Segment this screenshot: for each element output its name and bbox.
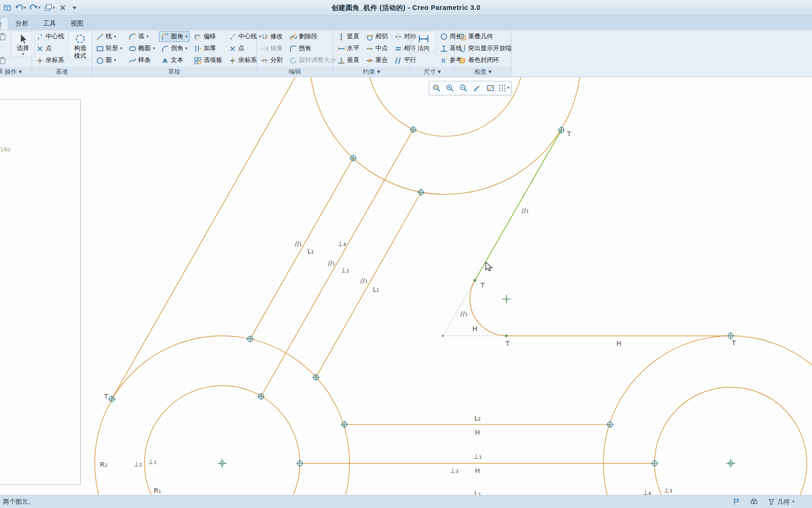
constraint-label[interactable]: ⊥₄	[337, 240, 346, 247]
dropdown-arrow-icon[interactable]: ▾	[114, 58, 116, 62]
sketch-line[interactable]	[316, 192, 421, 377]
endpoint-marker[interactable]	[505, 334, 508, 337]
constraint-label[interactable]: //₁	[328, 259, 335, 267]
offset-button[interactable]: 偏移	[191, 31, 224, 42]
close-window-button[interactable]	[57, 2, 69, 13]
datum-display-filters-button[interactable]: ▾	[498, 82, 510, 94]
notifications-button[interactable]	[732, 498, 741, 506]
selection-filter[interactable]: 几何▾	[768, 497, 795, 506]
highlight-open-ends-button[interactable]: 突出显示开放端	[456, 43, 514, 54]
dropdown-arrow-icon[interactable]: ▾	[24, 6, 26, 10]
constraint-label[interactable]: L₁	[373, 286, 380, 293]
system-menu-button[interactable]	[1, 2, 13, 13]
perpendicular-constraint-button[interactable]: 垂直	[335, 55, 362, 66]
constraint-label[interactable]: ⊥₃	[664, 486, 672, 494]
sketch-geometry[interactable]: //₁L₁⊥₄//₁⊥₂//₁L₁T//₁TT//₁HTHTL₂H⊥₁H⊥₃R₂…	[0, 77, 812, 495]
sketch-line[interactable]	[112, 77, 295, 399]
display-style-button[interactable]	[484, 82, 496, 94]
delete-segment-button[interactable]: 删除段	[287, 31, 338, 42]
constraint-label[interactable]: L₂	[474, 414, 481, 422]
spline-button[interactable]: 样条	[126, 55, 157, 66]
midpoint-constraint-button[interactable]: 中点	[363, 43, 390, 54]
redo-button[interactable]: ▾	[28, 2, 42, 13]
circle-button[interactable]: 圆▾	[94, 55, 124, 66]
overlapping-geometry-button[interactable]: 重叠几何	[456, 31, 514, 42]
tab-sketch[interactable]: 绘	[0, 17, 9, 29]
tangent-constraint-button[interactable]: 相切	[363, 31, 390, 42]
dropdown-arrow-icon[interactable]: ▾	[38, 6, 40, 10]
rectangle-button[interactable]: 矩形▾	[94, 43, 124, 54]
chamfer-button[interactable]: 倒角▾	[159, 43, 190, 54]
sketch-circle[interactable]	[603, 336, 812, 495]
sketch-circle[interactable]	[655, 387, 807, 495]
sketch-line[interactable]	[250, 158, 353, 339]
constraint-label[interactable]: //₁	[521, 207, 528, 214]
constraint-label[interactable]: ⊥₁	[473, 453, 482, 460]
endpoint-marker[interactable]	[474, 279, 476, 281]
dropdown-arrow-icon[interactable]: ▾	[185, 46, 187, 51]
dropdown-arrow-icon[interactable]: ▾	[114, 35, 116, 39]
normal-dimension-button[interactable]: 法向	[412, 31, 435, 53]
constraint-label[interactable]: L₂	[474, 490, 481, 495]
undo-button[interactable]: ▾	[13, 2, 27, 13]
constraint-label[interactable]: //₁	[361, 277, 368, 284]
selected-line[interactable]	[475, 130, 561, 280]
coincident-constraint-button[interactable]: 重合	[363, 55, 390, 66]
constraint-label[interactable]: ⊥₂	[341, 266, 349, 274]
sketch-circle[interactable]	[145, 385, 300, 495]
dropdown-arrow-icon[interactable]: ▾	[22, 53, 24, 57]
constraint-label[interactable]: L₁	[308, 247, 314, 255]
thicken-button[interactable]: 加厚	[191, 43, 224, 54]
mirror-button[interactable]: 镜像	[259, 43, 285, 54]
csys-datum-button[interactable]: 坐标系	[34, 55, 66, 66]
dropdown-arrow-icon[interactable]: ▾	[792, 499, 794, 504]
centerline-datum-button[interactable]: 中心线	[34, 31, 66, 42]
line-button[interactable]: 线▾	[94, 31, 124, 42]
window-arrange-button[interactable]: ▾	[43, 2, 57, 13]
corner-button[interactable]: 拐角	[287, 43, 338, 54]
dropdown-arrow-icon[interactable]: ▾	[120, 46, 122, 51]
copy-button[interactable]	[0, 55, 9, 66]
constraint-label[interactable]: T	[480, 281, 485, 289]
construction-mode-button[interactable]: 构造模式	[69, 31, 92, 60]
ribbon-group-label-inspect[interactable]: 检查 ▾	[455, 67, 511, 77]
constraint-label[interactable]: ⊥₂	[133, 460, 142, 468]
zoom-in-button[interactable]	[444, 82, 456, 94]
select-button[interactable]: 选择▾	[11, 31, 35, 57]
constraint-label[interactable]: H	[475, 429, 480, 436]
constraint-label[interactable]: ⊥₁	[148, 458, 156, 465]
ribbon-group-label-sketch[interactable]: 草绘	[92, 67, 256, 77]
constraint-label[interactable]: T	[505, 340, 510, 347]
constraint-label[interactable]: ⊥₄	[642, 489, 651, 495]
constraint-label[interactable]: //₁	[294, 240, 302, 247]
tab-view[interactable]: 视图	[63, 17, 91, 29]
dropdown-arrow-icon[interactable]: ▾	[185, 35, 187, 39]
ribbon-group-label-constrain[interactable]: 约束 ▾	[334, 67, 410, 77]
tab-analysis[interactable]: 分析	[9, 17, 36, 29]
sketch-circle[interactable]	[95, 336, 350, 495]
zoom-window-button[interactable]	[430, 82, 442, 94]
constraint-label[interactable]: R₁	[154, 487, 161, 494]
shade-closed-loops-button[interactable]: 着色封闭环	[456, 55, 514, 66]
ribbon-group-label-datum[interactable]: 基准	[32, 67, 92, 77]
text-button[interactable]: A文本	[159, 55, 190, 66]
arc-button[interactable]: 弧▾	[126, 31, 157, 42]
ribbon-group-label-dimension[interactable]: 尺寸 ▾	[410, 67, 454, 77]
find-button[interactable]	[750, 498, 758, 506]
constraint-label[interactable]: H	[475, 467, 480, 474]
rotate-resize-button[interactable]: 旋转调整大小	[287, 55, 338, 66]
sketch-canvas[interactable]: //₁L₁⊥₄//₁⊥₂//₁L₁T//₁TT//₁HTHTL₂H⊥₁H⊥₃R₂…	[0, 77, 812, 495]
constraint-label[interactable]: H	[472, 325, 477, 333]
palette-button[interactable]: 选项板	[191, 55, 224, 66]
paste-button[interactable]	[0, 31, 9, 42]
divide-button[interactable]: 分割	[259, 55, 285, 66]
vertex-marker[interactable]	[442, 335, 443, 336]
constraint-label[interactable]: R₂	[100, 461, 107, 468]
point-datum-button[interactable]: 点	[34, 43, 66, 54]
horizontal-constraint-button[interactable]: 水平	[335, 43, 362, 54]
zoom-out-button[interactable]	[457, 82, 469, 94]
tab-tools[interactable]: 工具	[36, 17, 63, 29]
customize-quick-access-button[interactable]	[69, 2, 80, 13]
dropdown-arrow-icon[interactable]: ▾	[153, 46, 155, 51]
dropdown-arrow-icon[interactable]: ▾	[147, 35, 148, 39]
